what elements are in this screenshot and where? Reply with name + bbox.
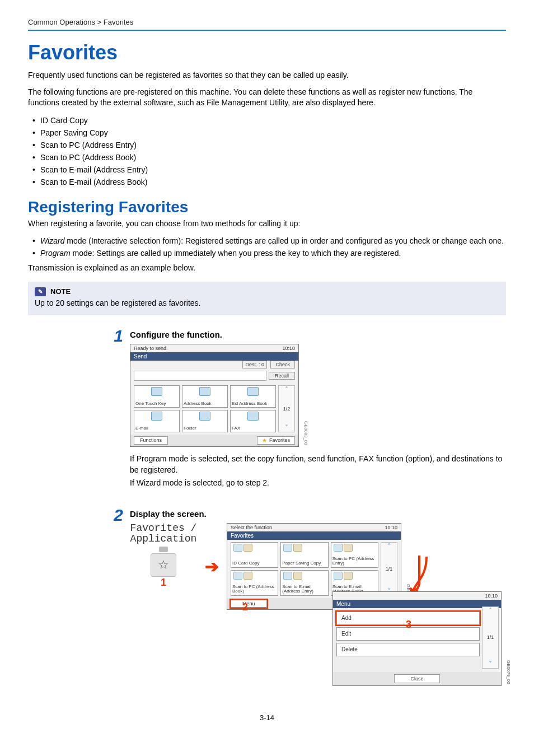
tile-scan-pc-entry[interactable]: Scan to PC (Address Entry) [331,542,378,568]
tile-folder[interactable]: Folder [182,410,228,432]
callout-2: 2 [242,601,248,613]
tile-icon [293,572,302,580]
list-item: ID Card Copy [32,114,506,127]
icon-top [159,547,168,552]
note-label: NOTE [50,287,71,296]
tile-icon [283,544,292,552]
registering-intro: When registering a favorite, you can cho… [28,218,506,230]
callout-3: 3 [406,619,411,631]
panel-time: 10:10 [385,525,397,530]
star-icon: ★ [262,437,267,444]
page-indicator: 1/1 [386,566,393,572]
tile-icon [243,572,252,580]
pager[interactable]: ˄ 1/1 ˅ [381,542,397,596]
step1-text-1: If Program mode is selected, set the cop… [130,454,506,475]
tile-icon [344,544,353,552]
tile-icon [293,544,302,552]
tile-icon [243,544,252,552]
dest-badge: Dest. : 0 [242,361,267,368]
list-item-program: Program mode: Settings are called up imm… [32,247,506,259]
address-field[interactable] [134,371,266,381]
breadcrumb: Common Operations > Favorites [28,18,506,30]
page-indicator: 1/2 [283,406,291,412]
tile-fax[interactable]: FAX [230,410,276,432]
tile-id-card-copy[interactable]: ID Card Copy [231,542,278,568]
intro-paragraph-2: The following functions are pre-register… [28,87,506,109]
tile-icon [233,572,242,580]
tile-one-touch-key[interactable]: One Touch Key [134,385,180,408]
chevron-down-icon[interactable]: ˅ [285,424,288,432]
menu-panel: 10:10 Menu Add Edit Delete [332,591,502,686]
side-code: GB0079_00 [506,660,511,684]
page-title: Favorites [28,41,506,64]
list-item: Scan to PC (Address Entry) [32,139,506,151]
tile-icon [151,387,162,396]
functions-list: ID Card Copy Paper Saving Copy Scan to P… [28,114,506,188]
modes-list: Wizard mode (Interactive selection form)… [28,235,506,259]
pager[interactable]: ˄ 1/2 ˅ [278,385,295,432]
close-button[interactable]: Close [394,674,439,683]
tile-icon [334,572,343,580]
tile-address-book[interactable]: Address Book [182,385,228,408]
step1-text-2: If Wizard mode is selected, go to step 2… [130,478,506,489]
chevron-up-icon[interactable]: ˄ [387,543,391,550]
step-title: Display the screen. [130,509,506,519]
list-item: Scan to E-mail (Address Book) [32,176,506,188]
tile-icon [199,412,210,421]
tile-email[interactable]: E-mail [134,410,180,432]
panel-time: 10:10 [485,593,498,599]
chevron-down-icon[interactable]: ˅ [489,660,492,668]
tile-icon [247,412,259,421]
panel-header: Menu [333,600,501,608]
tile-icon [247,387,259,396]
tile-icon [283,572,292,580]
fav-app-label-2: Application [130,534,197,544]
send-panel: Ready to send. 10:10 Send Dest. : 0 Chec… [130,344,299,447]
fav-app-label-1: Favorites / [130,523,197,534]
transmission-note: Transmission is explained as an example … [28,263,506,274]
step-title: Configure the function. [130,330,506,339]
tile-icon [233,544,242,552]
pager[interactable]: ˄ 1/1 ˅ [482,606,499,669]
menu-delete[interactable]: Delete [336,643,480,656]
callout-1: 1 [130,577,197,589]
favorites-button[interactable]: ★Favorites [257,436,295,445]
chevron-up-icon[interactable]: ˄ [489,607,492,615]
panel-status: Select the function. [231,525,274,530]
step-number: 2 [101,506,130,697]
check-button[interactable]: Check [270,361,295,368]
page-number: 3-14 [28,713,506,722]
chevron-up-icon[interactable]: ˄ [285,386,288,394]
tile-ext-address-book[interactable]: Ext Address Book [230,385,276,408]
tile-icon [334,544,343,552]
star-icon: ☆ [151,553,176,577]
divider [28,30,506,31]
note-icon: ✎ [35,287,46,296]
page-indicator: 1/1 [487,634,494,640]
tile-scan-email-entry[interactable]: Scan to E-mail (Address Entry) [280,570,328,596]
menu-button[interactable]: Menu [231,600,267,608]
panel-header: Send [130,352,298,361]
list-item: Scan to E-mail (Address Entry) [32,164,506,176]
panel-header: Favorites [227,531,401,540]
step-2: 2 Display the screen. Favorites / Applic… [101,506,506,697]
list-item-wizard: Wizard mode (Interactive selection form)… [32,235,506,247]
recall-button[interactable]: Recall [269,372,295,380]
list-item: Scan to PC (Address Book) [32,151,506,164]
favorites-application-icon[interactable]: Favorites / Application ☆ 1 [130,523,197,589]
step-number: 1 [101,326,130,494]
note-box: ✎ NOTE Up to 20 settings can be register… [28,282,506,315]
step-1: 1 Configure the function. Ready to send.… [101,326,506,494]
panel-time: 10:10 [282,346,295,351]
tile-scan-pc-book[interactable]: Scan to PC (Address Book) [231,570,278,596]
panel-status: Ready to send. [134,346,168,351]
tile-icon [199,387,210,396]
tile-paper-saving[interactable]: Paper Saving Copy [280,542,328,568]
right-arrow-icon: ➔ [205,557,219,576]
tile-icon [344,572,353,580]
list-item: Paper Saving Copy [32,127,506,139]
intro-paragraph-1: Frequently used functions can be registe… [28,70,506,81]
down-arrow-icon [410,556,429,596]
functions-button[interactable]: Functions [134,436,168,445]
tile-icon [151,412,162,421]
